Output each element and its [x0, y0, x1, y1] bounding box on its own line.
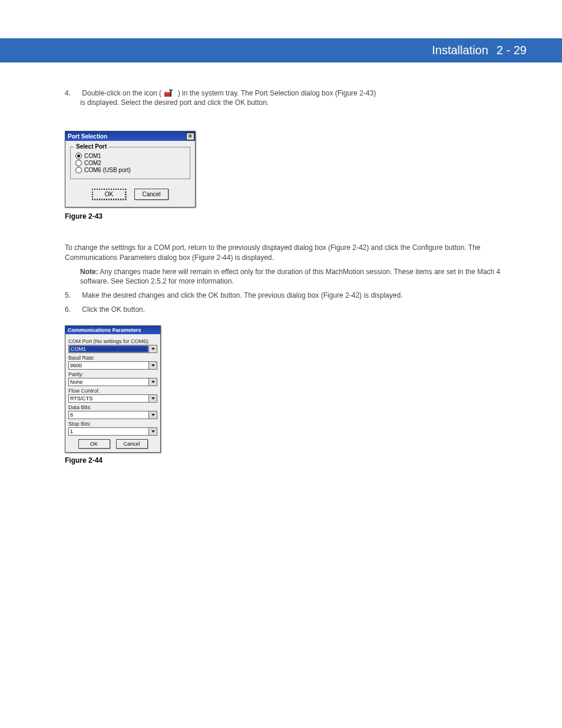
- step-number: 6.: [65, 305, 80, 314]
- stopbits-label: Stop Bits:: [68, 421, 157, 427]
- step-4-line-c: is displayed. Select the desired port an…: [80, 98, 527, 107]
- step-5-text: 5. Make the desired changes and click th…: [65, 291, 527, 300]
- flow-label: Flow Control:: [68, 388, 157, 394]
- comport-value: COM1: [69, 345, 148, 353]
- databits-label: Data Bits:: [68, 404, 157, 410]
- select-port-legend: Select Port: [74, 143, 108, 150]
- baud-select[interactable]: 9600: [68, 361, 157, 370]
- flow-value: RTS/CTS: [69, 395, 148, 402]
- select-port-group: Select Port COM1 COM2 COM6 (USB port): [70, 147, 190, 179]
- stopbits-value: 1: [69, 428, 148, 435]
- chevron-down-icon[interactable]: [148, 378, 157, 386]
- header-page-number: 2 - 29: [497, 44, 527, 57]
- step-number: 5.: [65, 291, 80, 300]
- mid-note: Note: Any changes made here will remain …: [80, 267, 527, 286]
- port-selection-dialog: Port Selection ✕ Select Port COM1 COM2: [65, 131, 196, 207]
- figure-2-43-caption: Figure 2-43: [65, 212, 527, 220]
- svg-rect-3: [169, 90, 173, 91]
- radio-icon: [75, 167, 82, 173]
- mid-paragraph-1: To change the settings for a COM port, r…: [65, 243, 527, 262]
- databits-select[interactable]: 8: [68, 411, 157, 419]
- chevron-down-icon[interactable]: [148, 362, 157, 369]
- flow-select[interactable]: RTS/CTS: [68, 394, 157, 403]
- comport-label: COM Port (No settings for COM6):: [68, 338, 157, 344]
- parity-value: None: [69, 378, 148, 386]
- header-title: Installation: [432, 44, 488, 57]
- note-text: Any changes made here will remain in eff…: [80, 268, 500, 285]
- chevron-down-icon[interactable]: [148, 395, 157, 402]
- radio-com1[interactable]: COM1: [75, 153, 185, 159]
- figure-2-44-caption: Figure 2-44: [65, 456, 527, 465]
- cancel-button[interactable]: Cancel: [134, 189, 168, 200]
- radio-com2-label: COM2: [84, 160, 101, 166]
- radio-icon: [75, 153, 82, 159]
- parity-label: Parity:: [68, 371, 157, 377]
- step-6-body: Click the OK button.: [82, 305, 145, 314]
- radio-com2[interactable]: COM2: [75, 160, 185, 166]
- chevron-down-icon[interactable]: [148, 428, 157, 435]
- databits-value: 8: [69, 411, 148, 419]
- comm-params-title: Communications Parameters: [68, 327, 141, 333]
- baud-value: 9600: [69, 362, 148, 369]
- stopbits-select[interactable]: 1: [68, 427, 157, 436]
- page-header: Installation 2 - 29: [0, 38, 562, 62]
- port-selection-titlebar: Port Selection ✕: [65, 131, 195, 141]
- cancel-button[interactable]: Cancel: [116, 439, 148, 449]
- svg-rect-2: [170, 90, 171, 97]
- step-4-text: 4. Double-click on the icon ( ) in the s…: [65, 88, 527, 107]
- communications-parameters-dialog: Communications Parameters COM Port (No s…: [65, 325, 161, 453]
- radio-com6[interactable]: COM6 (USB port): [75, 167, 185, 173]
- step-4-line-b: ) in the system tray. The Port Selection…: [178, 89, 376, 97]
- radio-com1-label: COM1: [84, 153, 101, 159]
- close-icon[interactable]: ✕: [186, 133, 194, 140]
- step-number: 4.: [65, 88, 80, 98]
- note-label: Note:: [80, 268, 98, 276]
- ok-button[interactable]: OK: [78, 439, 110, 449]
- comport-select[interactable]: COM1: [68, 345, 157, 353]
- baud-label: Baud Rate:: [68, 355, 157, 361]
- step-4-line-a: Double-click on the icon (: [82, 89, 161, 97]
- svg-rect-1: [164, 92, 171, 93]
- chevron-down-icon[interactable]: [148, 411, 157, 419]
- comm-params-titlebar: Communications Parameters: [65, 326, 160, 334]
- parity-select[interactable]: None: [68, 378, 157, 386]
- step-6-text: 6. Click the OK button.: [65, 305, 527, 314]
- radio-icon: [75, 160, 82, 166]
- tray-icon: [164, 90, 174, 98]
- step-5-body: Make the desired changes and click the O…: [82, 291, 402, 299]
- ok-button[interactable]: OK: [92, 189, 126, 200]
- port-selection-title: Port Selection: [68, 133, 107, 140]
- radio-com6-label: COM6 (USB port): [84, 167, 131, 173]
- chevron-down-icon[interactable]: [148, 345, 157, 353]
